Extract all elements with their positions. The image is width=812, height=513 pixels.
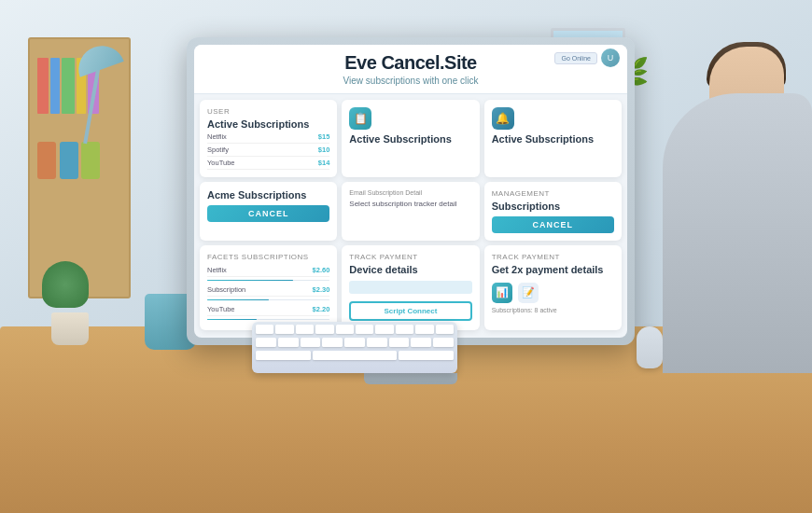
detail-label: Email Subscription Detail — [349, 189, 471, 196]
cancel-button-main[interactable]: CANCEL — [492, 216, 614, 233]
list-item: YouTube $14 — [207, 157, 329, 170]
document-icon: 📝 — [518, 283, 539, 303]
key — [322, 338, 343, 347]
enter-key — [399, 351, 454, 360]
progress-fill — [207, 299, 269, 300]
key — [375, 325, 393, 334]
person-silhouette — [625, 0, 812, 513]
progress-fill — [207, 319, 257, 320]
key — [301, 338, 321, 347]
person-body — [663, 93, 812, 373]
mgmt-label: management — [492, 189, 614, 198]
track-title: Device details — [349, 264, 471, 276]
screen-body: User Active Subscriptions Netflix $15 Sp… — [194, 94, 627, 336]
plant — [47, 266, 93, 345]
key — [344, 338, 365, 347]
acme-card-title: Acme Subscriptions — [207, 189, 329, 201]
track-payment-card: Track Payment Device details Script Conn… — [342, 245, 479, 330]
progress-bar-yt — [207, 319, 329, 320]
list-item: Subscription $2.30 — [207, 284, 329, 297]
facets-label: Facets Subscriptions — [207, 253, 329, 261]
key — [278, 338, 299, 347]
list-item: YouTube $2.20 — [207, 303, 329, 316]
keyboard-row-3 — [252, 348, 457, 361]
list-item: Spotify $10 — [207, 144, 329, 157]
facets-subscriptions-card: Facets Subscriptions Netflix $2.60 Subsc… — [200, 245, 337, 330]
script-connect-button[interactable]: Script Connect — [349, 301, 471, 321]
icon-row: 📊 📝 — [492, 283, 614, 303]
lamp — [75, 47, 121, 145]
notification-icon: 🔔 — [492, 107, 514, 130]
progress-bar-sub — [207, 299, 329, 300]
chart-icon: 📊 — [492, 283, 512, 303]
progress-bar-netflix — [207, 280, 329, 281]
list-item: Netflix $15 — [207, 131, 329, 144]
mgmt-title: Subscriptions — [492, 201, 614, 213]
key — [433, 338, 454, 347]
payment-detail-2: Get 2x payment details — [492, 264, 614, 276]
monitor-base — [364, 373, 457, 384]
acme-subscriptions-card: Acme Subscriptions CANCEL — [200, 182, 337, 241]
active-subscriptions-icon-card: 📋 Active Subscriptions — [342, 100, 479, 177]
active-subscriptions-avatar-card: 🔔 Active Subscriptions — [484, 100, 622, 177]
key — [256, 325, 273, 334]
space-bar — [313, 351, 396, 360]
card-active-title: Active Subscriptions — [349, 133, 471, 146]
slider-element[interactable] — [349, 281, 471, 294]
key — [336, 325, 354, 334]
key — [396, 325, 413, 334]
key — [389, 338, 410, 347]
track-payment-label-2: Track Payment — [492, 253, 614, 261]
list-item: Netflix $2.60 — [207, 264, 329, 277]
go-online-button[interactable]: Go Online — [554, 52, 597, 64]
icon-row-card: Track Payment Get 2x payment details 📊 📝… — [484, 245, 622, 330]
subscriptions-management-card: management Subscriptions CANCEL — [484, 182, 622, 241]
cancel-button-acme[interactable]: CANCEL — [207, 205, 329, 222]
key — [436, 325, 454, 334]
keyboard-row-1 — [252, 322, 457, 335]
key — [256, 338, 276, 347]
card-avatar-title: Active Subscriptions — [492, 133, 614, 146]
key — [415, 325, 433, 334]
card-user-title: Active Subscriptions — [207, 118, 329, 131]
card-user-label: User — [207, 107, 329, 116]
space-key — [256, 351, 311, 360]
subscription-icon: 📋 — [349, 107, 371, 130]
key — [296, 325, 314, 334]
key — [367, 338, 387, 347]
avatar: U — [601, 49, 620, 67]
detail-text: Select subscription tracker detail — [349, 199, 471, 209]
screen-header: Go Online U Eve Cancel.Site View subscri… — [194, 45, 627, 94]
subscriptions-counter: Subscriptions: 8 active — [492, 307, 614, 313]
key — [356, 325, 373, 334]
user-subscriptions-card: User Active Subscriptions Netflix $15 Sp… — [200, 100, 337, 177]
subscription-detail-card: Email Subscription Detail Select subscri… — [342, 182, 479, 241]
keyboard-row-2 — [252, 335, 457, 348]
key — [315, 325, 333, 334]
key — [275, 325, 293, 334]
monitor-screen: Go Online U Eve Cancel.Site View subscri… — [194, 45, 627, 338]
keyboard[interactable] — [252, 322, 457, 373]
monitor-frame: Go Online U Eve Cancel.Site View subscri… — [187, 37, 635, 345]
progress-fill — [207, 280, 293, 281]
app-subtitle: View subscriptions with one click — [205, 76, 616, 86]
key — [411, 338, 431, 347]
nav-bar: Go Online U — [554, 49, 620, 67]
track-label: Track Payment — [349, 253, 471, 261]
